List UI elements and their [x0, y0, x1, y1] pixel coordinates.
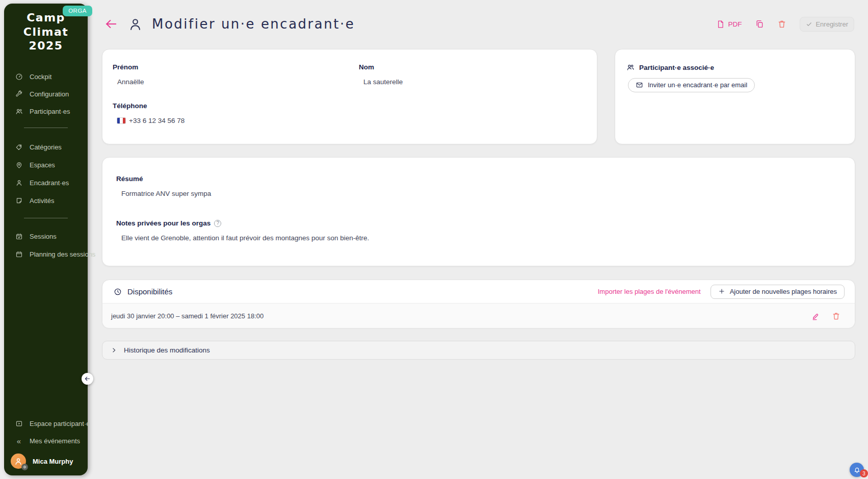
- sidebar-item-activites[interactable]: Activités: [4, 192, 88, 210]
- first-name-value[interactable]: Annaëlle: [117, 78, 359, 86]
- identity-card: Prénom Annaëlle Nom La sauterelle Téléph…: [102, 49, 597, 144]
- page-title: Modifier un·e encadrant·e: [152, 16, 355, 32]
- sidebar-item-label: Espaces: [30, 161, 55, 169]
- sidebar-item-label: Mes événements: [30, 437, 80, 445]
- notes-label: Notes privées pour les orgas: [116, 219, 211, 227]
- add-time-slots-label: Ajouter de nouvelles plages horaires: [730, 288, 837, 295]
- add-time-slots-button[interactable]: Ajouter de nouvelles plages horaires: [711, 285, 845, 299]
- sidebar-item-planning-sessions[interactable]: Planning des sessions: [4, 245, 88, 263]
- notification-count-badge: 3: [860, 469, 868, 477]
- details-card: Résumé Formatrice ANV super sympa Notes …: [102, 157, 855, 266]
- sidebar-item-espace-participant[interactable]: Espace participant·e: [4, 415, 88, 432]
- sidebar-item-label: Activités: [30, 197, 54, 205]
- sidebar-footer: Espace participant·e Mes événements Mica…: [4, 415, 88, 475]
- sidebar-item-mes-evenements[interactable]: Mes événements: [4, 432, 88, 449]
- sidebar-item-label: Catégories: [30, 143, 62, 151]
- sidebar-item-cockpit[interactable]: Cockpit: [4, 68, 88, 86]
- arrow-left-icon: [84, 375, 91, 382]
- first-name-field: Prénom Annaëlle: [113, 63, 359, 86]
- wrench-icon: [15, 90, 23, 98]
- avatar: [11, 453, 26, 469]
- identity-grid: Prénom Annaëlle Nom La sauterelle: [113, 63, 585, 86]
- sidebar-item-label: Sessions: [30, 233, 57, 240]
- trash-icon: [832, 312, 840, 320]
- check-icon: [806, 21, 812, 28]
- invite-by-email-button[interactable]: Inviter un·e encadrant·e par email: [628, 78, 755, 92]
- envelope-icon: [636, 81, 643, 89]
- sidebar-item-encadrants[interactable]: Encadrant·es: [4, 174, 88, 192]
- participant-card: Participant·e associé·e Inviter un·e enc…: [615, 49, 855, 144]
- last-name-label: Nom: [359, 63, 585, 71]
- sidebar-nav-content: Catégories Espaces Encadrant·es Activité…: [4, 138, 88, 210]
- note-icon: [15, 196, 23, 205]
- sidebar-item-label: Espace participant·e: [30, 420, 90, 427]
- phone-field: Téléphone +33 6 12 34 56 78: [113, 102, 585, 124]
- history-label: Historique des modifications: [124, 346, 210, 354]
- sidebar-divider: [24, 218, 68, 218]
- orga-badge: ORGA: [63, 6, 92, 16]
- france-flag-icon: [117, 118, 125, 123]
- history-accordion[interactable]: Historique des modifications: [102, 341, 855, 360]
- sidebar: ORGA Camp Climat 2025 Cockpit Configurat…: [4, 4, 88, 475]
- pdf-button-label: PDF: [728, 20, 742, 28]
- phone-label: Téléphone: [113, 102, 585, 110]
- gauge-icon: [15, 73, 23, 81]
- participant-card-header: Participant·e associé·e: [626, 63, 844, 71]
- save-button-label: Enregistrer: [816, 20, 848, 28]
- availability-title: Disponibilités: [127, 287, 172, 296]
- phone-number: +33 6 12 34 56 78: [129, 117, 185, 124]
- user-name: Mica Murphy: [33, 458, 73, 465]
- last-name-value[interactable]: La sauterelle: [363, 78, 585, 86]
- summary-value[interactable]: Formatrice ANV super sympa: [121, 190, 843, 197]
- app-logo: Camp Climat 2025: [4, 11, 88, 53]
- arrow-left-icon: [104, 17, 118, 31]
- save-button[interactable]: Enregistrer: [800, 17, 854, 32]
- pencil-icon: [811, 312, 820, 320]
- notes-label-row: Notes privées pour les orgas: [116, 219, 843, 227]
- sidebar-nav-sessions: Sessions Planning des sessions: [4, 228, 88, 263]
- availability-slot-row: jeudi 30 janvier 20:00 – samedi 1 févrie…: [102, 303, 855, 328]
- summary-label: Résumé: [116, 175, 843, 183]
- availability-slot-range: jeudi 30 janvier 20:00 – samedi 1 févrie…: [111, 312, 264, 320]
- clock-icon: [114, 288, 122, 296]
- user-menu[interactable]: Mica Murphy: [4, 451, 88, 471]
- slot-actions: [811, 312, 840, 320]
- double-chevron-left-icon: [15, 437, 23, 445]
- back-button[interactable]: [104, 17, 118, 31]
- sidebar-item-label: Encadrant·es: [30, 179, 69, 187]
- pdf-button[interactable]: PDF: [716, 20, 742, 29]
- sidebar-item-label: Participant·es: [30, 108, 70, 115]
- sidebar-item-label: Configuration: [30, 90, 69, 98]
- availability-title-group: Disponibilités: [114, 287, 172, 296]
- availability-actions: Importer les plages de l'événement Ajout…: [598, 285, 845, 299]
- duplicate-button[interactable]: [755, 19, 764, 29]
- people-icon: [15, 108, 23, 116]
- sidebar-item-participants[interactable]: Participant·es: [4, 103, 88, 120]
- edit-slot-button[interactable]: [811, 312, 820, 320]
- sidebar-item-label: Cockpit: [30, 73, 51, 81]
- availability-header: Disponibilités Importer les plages de l'…: [102, 280, 855, 303]
- sidebar-nav-main: Cockpit Configuration Participant·es: [4, 68, 88, 120]
- chevron-right-icon: [111, 347, 117, 354]
- sidebar-item-categories[interactable]: Catégories: [4, 138, 88, 156]
- tag-icon: [15, 143, 23, 151]
- notes-value[interactable]: Elle vient de Grenoble, attention il fau…: [121, 234, 843, 242]
- first-name-label: Prénom: [113, 63, 359, 71]
- invite-by-email-label: Inviter un·e encadrant·e par email: [648, 81, 747, 89]
- copy-icon: [755, 19, 764, 29]
- phone-value[interactable]: +33 6 12 34 56 78: [117, 117, 585, 124]
- sidebar-item-configuration[interactable]: Configuration: [4, 86, 88, 103]
- sidebar-divider: [24, 128, 68, 128]
- sidebar-item-sessions[interactable]: Sessions: [4, 228, 88, 245]
- pdf-file-icon: [716, 20, 725, 29]
- sidebar-item-espaces[interactable]: Espaces: [4, 156, 88, 174]
- sidebar-collapse-button[interactable]: [82, 373, 93, 385]
- delete-button[interactable]: [777, 19, 786, 29]
- import-event-slots-link[interactable]: Importer les plages de l'événement: [598, 288, 701, 295]
- delete-slot-button[interactable]: [832, 312, 840, 320]
- availability-card: Disponibilités Importer les plages de l'…: [102, 280, 855, 328]
- help-icon[interactable]: [214, 220, 221, 227]
- person-icon: [15, 179, 23, 187]
- sidebar-item-label: Planning des sessions: [30, 250, 95, 258]
- plus-icon: [718, 288, 725, 295]
